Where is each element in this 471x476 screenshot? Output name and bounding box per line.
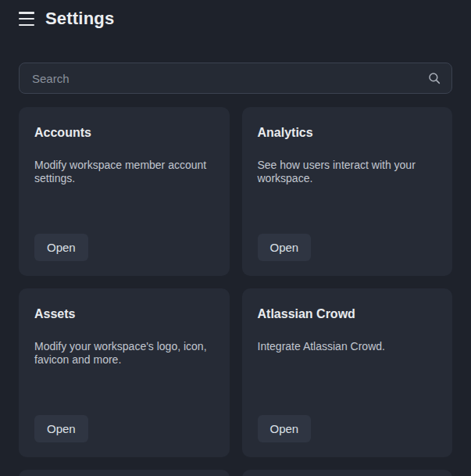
hamburger-bar <box>19 18 34 20</box>
card-assets: Assets Modify your workspace's logo, ico… <box>19 288 230 457</box>
card-description: Modify workspace member account settings… <box>34 159 214 185</box>
card-accounts: Accounts Modify workspace member account… <box>19 107 230 276</box>
card-title: Atlassian Crowd <box>258 307 437 321</box>
search-bar <box>19 63 452 94</box>
card-analytics: Analytics See how users interact with yo… <box>242 107 453 276</box>
card-partial <box>19 470 230 476</box>
page-title: Settings <box>45 9 114 29</box>
settings-card-grid: Accounts Modify workspace member account… <box>19 107 452 476</box>
card-title: Accounts <box>34 126 214 140</box>
search-icon[interactable] <box>427 71 441 85</box>
open-button-accounts[interactable]: Open <box>34 234 88 261</box>
search-input[interactable] <box>19 63 452 94</box>
card-description: See how users interact with your workspa… <box>258 159 437 185</box>
card-title: Assets <box>34 307 214 321</box>
card-atlassian-crowd: Atlassian Crowd Integrate Atlassian Crow… <box>242 288 453 457</box>
hamburger-bar <box>19 24 34 27</box>
header: Settings <box>0 0 471 38</box>
open-button-atlassian-crowd[interactable]: Open <box>258 415 312 442</box>
card-partial <box>242 470 453 476</box>
hamburger-menu-icon[interactable] <box>19 12 34 26</box>
open-button-analytics[interactable]: Open <box>258 234 312 261</box>
open-button-assets[interactable]: Open <box>34 415 88 442</box>
card-title: Analytics <box>258 126 437 140</box>
card-description: Modify your workspace's logo, icon, favi… <box>34 340 214 367</box>
hamburger-bar <box>19 12 34 14</box>
card-description: Integrate Atlassian Crowd. <box>258 340 437 353</box>
